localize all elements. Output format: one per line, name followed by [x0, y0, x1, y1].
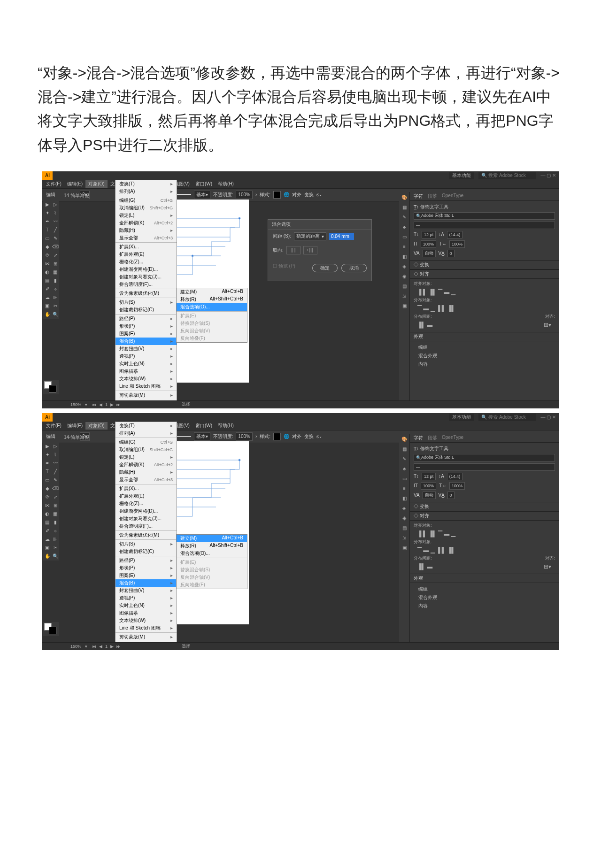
menu-window[interactable]: 窗口(W) [193, 422, 215, 430]
menu-item[interactable]: 排列(A)▸ [116, 430, 177, 437]
menu-item[interactable]: 显示全部Alt+Ctrl+3 [116, 234, 177, 242]
menu-item[interactable]: 全部解锁(K)Alt+Ctrl+2 [116, 219, 177, 227]
menu-item[interactable]: 图案(E)▸ [116, 572, 177, 579]
menu-item[interactable]: 图像描摹▸ [116, 609, 177, 617]
appearance-list[interactable]: 编组 混合外观 内容 [410, 583, 559, 612]
scale-tool[interactable]: ⤢ [51, 493, 59, 501]
rectangle-tool[interactable]: ▭ [43, 234, 51, 243]
menu-item[interactable]: 全部解锁(K)Alt+Ctrl+2 [116, 461, 177, 469]
zoom-level[interactable]: 150% [70, 402, 81, 407]
blend-submenu[interactable]: 建立(M)Alt+Ctrl+B释放(R)Alt+Shift+Ctrl+B混合选项… [176, 534, 247, 589]
menu-item[interactable]: 反向堆叠(F) [177, 581, 247, 589]
menu-item[interactable]: 剪切蒙版(M)▸ [116, 392, 177, 399]
artboard-tool[interactable]: ▣ [43, 302, 51, 310]
menu-item[interactable]: 形状(P)▸ [116, 564, 177, 572]
menu-item[interactable]: 栅格化(Z)... [116, 258, 177, 266]
toolbox[interactable]: ▶▷ ✦⌇ ✒〰 T╱ ▭✎ ◆⌫ ⟳⤢ ⋈⊞ ◐▦ ▤▮ ✐⟐ ☁⊪ ▣✂ ✋… [43, 442, 59, 561]
swatches-panel-icon[interactable]: ▦ [402, 205, 407, 210]
menu-item[interactable]: 图案(E)▸ [116, 330, 177, 338]
align-buttons[interactable]: ▐ ▌ ▐▌ ▔ ▬ ▁ [414, 287, 555, 297]
curvature-tool[interactable]: 〰 [51, 217, 59, 226]
menu-help[interactable]: 帮助(H) [215, 180, 237, 188]
graph-tool[interactable]: ⊪ [51, 293, 59, 302]
appearance-panel-icon[interactable]: ◈ [402, 506, 406, 511]
document-tab[interactable]: 14-简单海报 [61, 434, 92, 442]
menu-item[interactable]: 反向混合轴(V) [177, 574, 247, 581]
color-panel-icon[interactable]: 🎨 [401, 437, 407, 442]
transform-link[interactable]: 变换 [304, 433, 314, 440]
menu-item[interactable]: 显示全部Alt+Ctrl+3 [116, 476, 177, 484]
symbol-tool[interactable]: ☁ [43, 293, 51, 302]
touch-type-tool[interactable]: T̲↕ 修饰文字工具 [414, 446, 448, 452]
menu-item[interactable]: 切片(S)▸ [116, 299, 177, 306]
panel-strip[interactable]: 🎨 ▦ ✎ ♣ ▭ ≡ ◧ ◈ ◉ ▤ ⇲ ▣ [399, 434, 409, 650]
type-tool[interactable]: T [43, 226, 51, 234]
shape-builder-tool[interactable]: ◐ [43, 268, 51, 277]
artboards-panel-icon[interactable]: ▣ [402, 303, 407, 308]
menu-item[interactable]: 创建裁切标记(C) [116, 548, 177, 555]
menu-item[interactable]: Line 和 Sketch 图稿▸ [116, 624, 177, 632]
appearance-panel-header[interactable]: 外观 [410, 332, 559, 341]
artboard-tool[interactable]: ▣ [43, 544, 51, 552]
transparency-panel-icon[interactable]: ◧ [402, 496, 407, 501]
slice-tool[interactable]: ✂ [51, 302, 59, 310]
transparency-panel-icon[interactable]: ◧ [402, 254, 407, 259]
menu-item[interactable]: 混合(B)▸ [116, 338, 177, 345]
leading-input[interactable]: (14.4) [447, 231, 463, 238]
menu-item[interactable]: 形状(P)▸ [116, 323, 177, 330]
line-tool[interactable]: ╱ [51, 226, 59, 234]
leading-input[interactable]: (14.4) [447, 473, 463, 480]
menu-item[interactable]: 路径(P)▸ [116, 315, 177, 323]
menu-item[interactable]: 释放(R)Alt+Shift+Ctrl+B [177, 542, 247, 550]
menu-item[interactable]: 文本绕排(W)▸ [116, 375, 177, 383]
menu-item[interactable]: 编组(G)Ctrl+G [116, 438, 177, 446]
font-size-input[interactable]: 12 pt [422, 473, 436, 480]
free-transform-tool[interactable]: ⊞ [51, 260, 59, 268]
menu-help[interactable]: 帮助(H) [215, 422, 237, 430]
rectangle-tool[interactable]: ▭ [43, 476, 51, 484]
menu-item[interactable]: 封套扭曲(V)▸ [116, 345, 177, 353]
menu-item[interactable]: 封套扭曲(V)▸ [116, 587, 177, 594]
orient-path-button[interactable]: ‹╫╫ [303, 246, 317, 254]
asset-export-icon[interactable]: ⇲ [402, 293, 406, 299]
rotate-tool[interactable]: ⟳ [43, 251, 51, 260]
gradient-panel-icon[interactable]: ≡ [403, 244, 406, 249]
eraser-tool[interactable]: ⌫ [51, 484, 59, 493]
menu-item[interactable]: 创建渐变网格(D)... [116, 507, 177, 515]
menu-item[interactable]: 图像描摹▸ [116, 368, 177, 375]
zoom-tool[interactable]: 🔍 [51, 310, 59, 319]
line-tool[interactable]: ╱ [51, 468, 59, 476]
menu-item[interactable]: 实时上色(N)▸ [116, 360, 177, 368]
font-style-select[interactable]: — [414, 463, 555, 471]
swatches-panel-icon[interactable]: ▦ [402, 446, 407, 452]
menu-item[interactable]: 透视(P)▸ [116, 594, 177, 602]
panel-strip[interactable]: 🎨 ▦ ✎ ♣ ▭ ≡ ◧ ◈ ◉ ▤ ⇲ ▣ [399, 192, 409, 408]
blend-tool[interactable]: ⟐ [51, 285, 59, 293]
hand-tool[interactable]: ✋ [43, 310, 51, 319]
curvature-tool[interactable]: 〰 [51, 459, 59, 468]
menu-item[interactable]: 建立(M)Alt+Ctrl+B [177, 535, 247, 542]
menu-item[interactable]: 替换混合轴(S) [177, 566, 247, 574]
eyedropper-tool[interactable]: ✐ [43, 527, 51, 535]
menu-file[interactable]: 文件(F) [43, 422, 64, 430]
object-menu-dropdown[interactable]: 变换(T)▸排列(A)▸编组(G)Ctrl+G取消编组(U)Shift+Ctrl… [115, 180, 177, 408]
layers-panel-icon[interactable]: ▤ [402, 525, 407, 530]
menu-window[interactable]: 窗口(W) [193, 180, 215, 188]
brushes-panel-icon[interactable]: ✎ [402, 456, 406, 461]
appearance-panel-header[interactable]: 外观 [410, 574, 559, 583]
shaper-tool[interactable]: ◆ [43, 243, 51, 251]
font-family-select[interactable]: 🔍 Adobe 宋体 Std L [414, 454, 555, 461]
mesh-tool[interactable]: ▤ [43, 518, 51, 527]
blend-submenu[interactable]: 建立(M)Alt+Ctrl+B释放(R)Alt+Shift+Ctrl+B混合选项… [176, 288, 247, 343]
menu-item[interactable]: 排列(A)▸ [116, 188, 177, 195]
kerning-input[interactable]: 自动 [423, 492, 436, 499]
brushes-panel-icon[interactable]: ✎ [402, 215, 406, 220]
menu-item[interactable]: 创建渐变网格(D)... [116, 266, 177, 273]
perspective-tool[interactable]: ▦ [51, 510, 59, 518]
menu-item[interactable]: 文本绕排(W)▸ [116, 617, 177, 624]
menu-item[interactable]: 扩展(X)... [116, 485, 177, 492]
stroke-panel-icon[interactable]: ▭ [402, 476, 407, 481]
color-picker[interactable] [43, 622, 59, 636]
menu-item[interactable]: 栅格化(Z)... [116, 500, 177, 507]
perspective-tool[interactable]: ▦ [51, 268, 59, 277]
